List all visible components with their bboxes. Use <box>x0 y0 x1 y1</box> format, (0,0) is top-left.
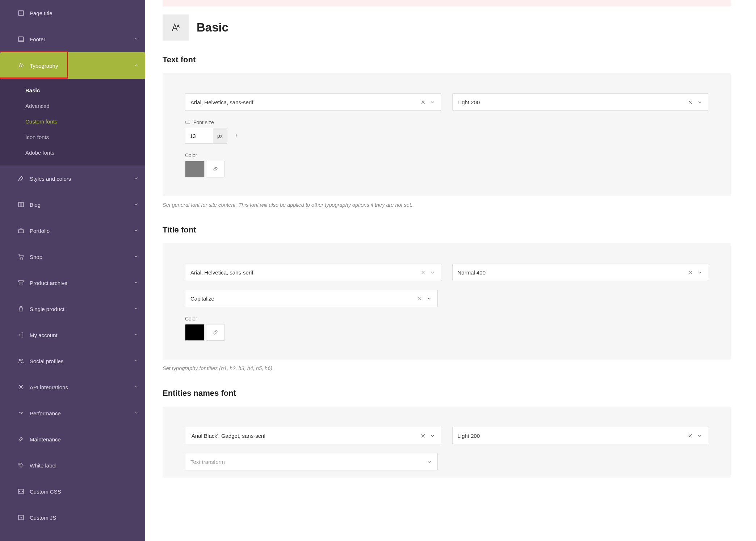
chevron-down-icon <box>696 270 703 275</box>
color-swatch[interactable] <box>185 161 205 177</box>
svg-point-8 <box>20 259 21 259</box>
archive-icon <box>17 279 25 286</box>
nav-blog[interactable]: Blog <box>17 192 145 218</box>
tag-icon <box>17 462 25 469</box>
nav-label: Typography <box>30 63 129 69</box>
briefcase-icon <box>17 227 25 234</box>
cart-icon <box>17 253 25 260</box>
text-transform-select[interactable]: Capitalize <box>185 290 438 307</box>
nav-label: Social profiles <box>30 358 129 364</box>
section-hint: Set typography for titles (h1, h2, h3, h… <box>163 365 731 371</box>
chevron-up-icon <box>134 63 139 69</box>
svg-point-18 <box>20 464 20 465</box>
nav-label: Maintenance <box>30 436 139 443</box>
text-transform-select[interactable]: Text transform <box>185 453 438 470</box>
chevron-down-icon <box>429 100 436 105</box>
alert-strip <box>163 0 731 7</box>
svg-rect-11 <box>19 282 23 285</box>
gear-icon <box>17 383 25 391</box>
subnav-custom-fonts[interactable]: Custom fonts <box>0 114 145 129</box>
section-title: Entities names font <box>163 389 731 398</box>
font-weight-select[interactable]: Light 200 <box>452 93 709 111</box>
typography-icon <box>17 62 25 69</box>
chevron-right-icon[interactable] <box>234 133 239 139</box>
clear-icon[interactable] <box>687 433 693 439</box>
nav-label: Page title <box>30 10 139 16</box>
nav-single-product[interactable]: Single product <box>17 296 145 322</box>
subnav-adobe-fonts[interactable]: Adobe fonts <box>0 145 145 160</box>
nav-label: Styles and colors <box>30 176 129 182</box>
svg-rect-3 <box>18 37 24 42</box>
clear-icon[interactable] <box>687 270 693 275</box>
nav-label: White label <box>30 462 139 469</box>
nav-maintenance[interactable]: Maintenance <box>17 426 145 452</box>
chevron-down-icon <box>134 176 139 182</box>
chevron-down-icon <box>429 270 436 275</box>
nav-custom-css[interactable]: Custom CSS <box>17 478 145 504</box>
font-family-select[interactable]: Arial, Helvetica, sans-serif <box>185 264 441 281</box>
link-icon[interactable] <box>206 324 225 341</box>
subnav-advanced[interactable]: Advanced <box>0 98 145 114</box>
nav-footer[interactable]: Footer <box>17 26 145 52</box>
nav-social-profiles[interactable]: Social profiles <box>17 348 145 374</box>
wrench-icon <box>17 436 25 443</box>
nav-shop[interactable]: Shop <box>17 244 145 270</box>
section-entities-font: Entities names font 'Arial Black', Gadge… <box>163 389 731 478</box>
nav-label: Blog <box>30 202 129 208</box>
nav-label: Custom CSS <box>30 488 139 495</box>
layout-bottom-icon <box>17 35 25 43</box>
clear-icon[interactable] <box>687 100 693 105</box>
subnav-basic[interactable]: Basic <box>0 83 145 98</box>
gauge-icon <box>17 410 25 417</box>
columns-icon <box>17 201 25 208</box>
nav-api-integrations[interactable]: API integrations <box>17 374 145 400</box>
nav-performance[interactable]: Performance <box>17 400 145 426</box>
nav-styles-colors[interactable]: Styles and colors <box>17 165 145 192</box>
nav-custom-js[interactable]: Custom JS <box>17 504 145 530</box>
nav-label: Custom JS <box>30 515 139 521</box>
nav-typography[interactable]: Typography <box>0 52 145 79</box>
chevron-down-icon <box>134 202 139 208</box>
logout-icon <box>17 331 25 339</box>
chevron-down-icon <box>134 228 139 234</box>
font-family-select[interactable]: 'Arial Black', Gadget, sans-serif <box>185 427 441 444</box>
chevron-down-icon <box>134 358 139 364</box>
nav-product-archive[interactable]: Product archive <box>17 270 145 296</box>
svg-point-9 <box>22 259 23 259</box>
font-family-select[interactable]: Arial, Helvetica, sans-serif <box>185 93 441 111</box>
nav-label: Single product <box>30 306 129 312</box>
clear-icon[interactable] <box>420 100 427 105</box>
font-size-input[interactable] <box>185 128 213 143</box>
nav-my-account[interactable]: My account <box>17 322 145 348</box>
svg-rect-25 <box>185 121 190 123</box>
color-swatch[interactable] <box>185 324 205 341</box>
color-label: Color <box>185 152 708 158</box>
font-weight-select[interactable]: Normal 400 <box>452 264 709 281</box>
nav-label: Performance <box>30 410 129 416</box>
svg-point-16 <box>20 386 22 388</box>
nav-white-label[interactable]: White label <box>17 452 145 478</box>
chevron-down-icon <box>429 433 436 439</box>
clear-icon[interactable] <box>420 270 427 275</box>
nav-portfolio[interactable]: Portfolio <box>17 218 145 244</box>
svg-rect-7 <box>18 230 24 233</box>
svg-line-17 <box>21 413 22 415</box>
chevron-down-icon <box>134 410 139 416</box>
nav-label: API integrations <box>30 384 129 390</box>
chevron-down-icon <box>426 459 432 465</box>
font-size-label: Font size <box>185 119 708 125</box>
panel: 'Arial Black', Gadget, sans-serif Light … <box>163 407 731 478</box>
clear-icon[interactable] <box>416 296 423 301</box>
font-size-input-group: px <box>185 128 227 144</box>
js-icon <box>17 514 25 521</box>
svg-point-15 <box>22 360 23 361</box>
subnav-icon-fonts[interactable]: Icon fonts <box>0 129 145 145</box>
select-value: Capitalize <box>190 295 413 302</box>
panel: Arial, Helvetica, sans-serif Light 200 F… <box>163 73 731 196</box>
nav-page-title[interactable]: Page title <box>17 0 145 26</box>
clear-icon[interactable] <box>420 433 427 439</box>
unit-label: px <box>213 128 227 143</box>
font-weight-select[interactable]: Light 200 <box>452 427 709 444</box>
section-text-font: Text font Arial, Helvetica, sans-serif L… <box>163 55 731 208</box>
link-icon[interactable] <box>206 161 225 177</box>
